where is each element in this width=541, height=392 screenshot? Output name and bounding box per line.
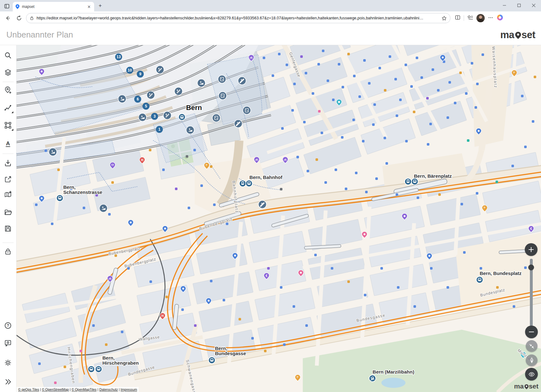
help-icon[interactable]: ?	[1, 319, 15, 333]
bus-stop-icon[interactable]	[412, 178, 418, 185]
bus-stop-icon[interactable]	[209, 357, 215, 364]
search-icon[interactable]	[1, 48, 15, 62]
tram-stop-icon[interactable]	[405, 178, 412, 185]
poi-dot	[413, 111, 415, 113]
favorites-bar-icon[interactable]	[467, 15, 473, 22]
tab-actions-icon[interactable]	[3, 2, 11, 10]
tool-sidebar: A ?	[0, 45, 17, 392]
more-menu-icon[interactable]	[488, 15, 493, 22]
window-minimize-button[interactable]	[497, 0, 512, 11]
poi-dot	[475, 106, 477, 109]
poi-dot	[293, 305, 295, 308]
poi-dot	[327, 79, 329, 82]
ramp-icon	[186, 126, 194, 134]
window-maximize-button[interactable]	[512, 0, 526, 11]
zoom-slider-thumb[interactable]	[528, 265, 534, 270]
split-screen-icon[interactable]	[455, 15, 461, 22]
poi-dot	[121, 331, 123, 333]
layers-icon[interactable]	[1, 65, 15, 79]
bus-stop-icon[interactable]	[476, 277, 483, 283]
bus-stop-icon[interactable]	[57, 195, 63, 202]
platform-number-badge: 3	[151, 113, 158, 120]
draw-route-icon[interactable]	[1, 101, 15, 115]
lock-icon[interactable]	[1, 244, 15, 258]
poi-dot	[385, 162, 388, 165]
share-icon[interactable]	[1, 172, 15, 186]
poi-dot	[278, 53, 281, 55]
poi-dot	[511, 165, 514, 167]
bus-stop-icon[interactable]	[88, 366, 95, 373]
favorite-star-icon[interactable]	[441, 16, 447, 21]
bus-stop-icon[interactable]	[246, 180, 253, 187]
svg-text:H: H	[141, 158, 143, 162]
esc-icon	[259, 201, 267, 209]
back-icon[interactable]	[3, 14, 12, 23]
poi-dot	[413, 305, 416, 308]
stop-label: Bundesgasse	[215, 351, 246, 356]
add-pin-icon[interactable]	[1, 83, 15, 97]
attribution-link[interactable]: © OpenMapTiles	[72, 388, 97, 391]
attribution-link[interactable]: Datenschutz	[99, 388, 118, 391]
compass-button[interactable]	[526, 354, 538, 366]
browser-tab[interactable]: mapset ✕	[13, 2, 94, 11]
new-tab-button[interactable]: +	[96, 2, 104, 10]
url-text[interactable]: https://editor.mapset.io/?baselayer=worl…	[37, 16, 439, 20]
plan-title-input[interactable]	[6, 30, 500, 40]
profile-avatar[interactable]	[476, 14, 485, 22]
map-canvas-area[interactable]: €€HH 131096531 BernBern, BahnhofBern,Sch…	[17, 45, 541, 392]
svg-text:3: 3	[154, 114, 156, 119]
settings-icon[interactable]	[1, 356, 15, 370]
attribution-link[interactable]: © OpenStreetMap	[42, 388, 69, 391]
zoom-in-button[interactable]	[525, 243, 538, 256]
ramp-icon	[139, 113, 147, 121]
poi-dot	[476, 192, 478, 195]
svg-text:9: 9	[139, 72, 142, 76]
svg-text:13: 13	[116, 55, 121, 59]
poi-dot	[416, 57, 418, 59]
feedback-icon[interactable]	[1, 336, 15, 350]
poi-dot	[405, 140, 408, 142]
collapse-sidebar-icon[interactable]	[1, 375, 15, 389]
zoom-out-button[interactable]	[525, 326, 538, 338]
fit-extent-button[interactable]	[526, 340, 538, 352]
map-svg[interactable]: €€HH 131096531 BernBern, BahnhofBern,Sch…	[17, 45, 541, 392]
refresh-icon[interactable]	[15, 14, 24, 23]
stop-label: Bern (Marzilibahn)	[373, 369, 414, 375]
poi-dot	[283, 343, 286, 346]
poi-dot	[420, 76, 423, 79]
poi-dot	[239, 318, 241, 320]
bus-stop-icon[interactable]	[95, 366, 102, 373]
attribution-link[interactable]: Impressum	[121, 388, 137, 391]
funi-stop-icon[interactable]	[369, 375, 376, 382]
draw-polygon-icon[interactable]	[1, 118, 15, 132]
add-text-icon[interactable]: A	[1, 137, 15, 151]
poi-dot	[251, 337, 254, 340]
tram-stop-icon[interactable]	[239, 180, 246, 187]
download-icon[interactable]	[1, 156, 15, 170]
ramp-icon	[100, 204, 108, 212]
poi-dot	[322, 50, 324, 52]
poi-dot	[38, 362, 41, 365]
visibility-button[interactable]	[525, 368, 538, 381]
poi-dot	[316, 158, 318, 161]
poi-dot	[324, 181, 327, 184]
lock-ssl-icon[interactable]	[30, 16, 34, 20]
attribution-link[interactable]: © geOps Tiles	[18, 388, 39, 391]
copilot-icon[interactable]	[496, 14, 503, 22]
tab-close-icon[interactable]: ✕	[87, 4, 92, 9]
poi-dot	[396, 193, 398, 196]
open-plan-icon[interactable]	[1, 205, 15, 219]
stop-label: Bern,	[102, 355, 114, 361]
url-bar[interactable]: https://editor.mapset.io/?baselayer=worl…	[26, 13, 450, 23]
mapset-favicon	[15, 4, 20, 9]
stop-label: Bern, Bärenplatz	[414, 173, 452, 179]
save-icon[interactable]	[1, 222, 15, 236]
svg-text:10: 10	[128, 68, 132, 72]
poi-dot	[272, 74, 274, 77]
train-stop-icon[interactable]	[179, 114, 185, 120]
poi-dot	[165, 296, 168, 298]
window-close-button[interactable]	[526, 0, 541, 11]
poi-dot	[332, 99, 335, 101]
stop-label: Hirschengraben	[102, 360, 139, 366]
new-map-icon[interactable]	[1, 188, 15, 202]
